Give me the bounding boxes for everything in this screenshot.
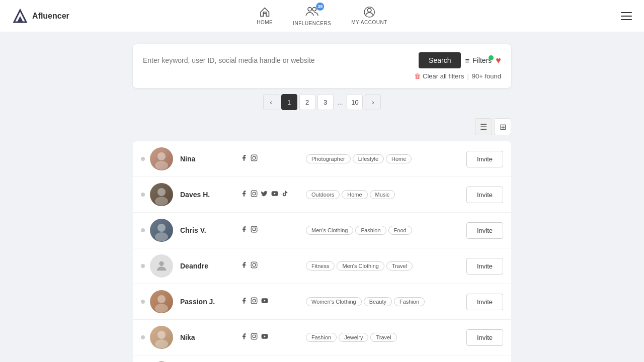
invite-button[interactable]: Invite bbox=[466, 187, 503, 203]
social-icons bbox=[240, 154, 306, 163]
tag[interactable]: Fashion bbox=[355, 226, 386, 235]
yt-social-icon[interactable] bbox=[271, 190, 279, 199]
influencer-name[interactable]: Chris V. bbox=[180, 226, 240, 234]
svg-point-25 bbox=[253, 263, 256, 266]
invite-button[interactable]: Invite bbox=[466, 222, 503, 239]
search-input[interactable] bbox=[143, 56, 415, 64]
tk-social-icon[interactable] bbox=[282, 190, 288, 199]
fb-social-icon[interactable] bbox=[240, 154, 248, 163]
influencer-name[interactable]: Daves H. bbox=[180, 191, 240, 199]
invite-button[interactable]: Invite bbox=[466, 294, 503, 310]
svg-point-26 bbox=[256, 263, 256, 263]
invite-button[interactable]: Invite bbox=[466, 329, 503, 346]
influencers-label: INFLUENCERS bbox=[293, 21, 331, 26]
filter-button[interactable]: ≡ Filters bbox=[465, 56, 492, 65]
influencer-row: NikaFashionJewelryTravelInvite bbox=[133, 320, 511, 355]
youtube-icon bbox=[271, 190, 279, 197]
list-view-button[interactable]: ☰ bbox=[475, 118, 492, 135]
instagram-icon bbox=[251, 226, 258, 233]
page-3-button[interactable]: 3 bbox=[317, 94, 334, 110]
next-page-button[interactable]: › bbox=[365, 94, 381, 110]
social-icons bbox=[240, 226, 306, 235]
svg-point-12 bbox=[157, 188, 166, 196]
influencer-row: Chris V.Men's ClothingFashionFoodInvite bbox=[133, 213, 511, 248]
tag[interactable]: Home bbox=[342, 190, 367, 199]
avatar-image bbox=[150, 183, 173, 206]
fb-social-icon[interactable] bbox=[240, 261, 248, 270]
tag[interactable]: Travel bbox=[386, 261, 413, 270]
filter-active-dot bbox=[489, 55, 494, 60]
tag[interactable]: Lifestyle bbox=[353, 154, 384, 163]
avatar bbox=[150, 290, 173, 313]
tag[interactable]: Outdoors bbox=[306, 190, 340, 199]
twitter-icon bbox=[261, 190, 268, 197]
invite-button[interactable]: Invite bbox=[466, 151, 503, 167]
tag[interactable]: Fashion bbox=[394, 297, 425, 306]
tag[interactable]: Jewelry bbox=[339, 333, 368, 342]
invite-button[interactable]: Invite bbox=[466, 258, 503, 275]
yt-social-icon[interactable] bbox=[261, 297, 269, 306]
influencer-name[interactable]: Deandre bbox=[180, 262, 240, 270]
facebook-icon bbox=[240, 154, 248, 161]
page-2-button[interactable]: 2 bbox=[299, 94, 315, 110]
tag[interactable]: Home bbox=[386, 154, 412, 163]
fb-social-icon[interactable] bbox=[240, 190, 248, 199]
tag[interactable]: Men's Clothing bbox=[306, 226, 353, 235]
ig-social-icon[interactable] bbox=[251, 297, 258, 306]
tag[interactable]: Fashion bbox=[306, 333, 337, 342]
tag[interactable]: Music bbox=[370, 190, 395, 199]
svg-point-13 bbox=[155, 197, 168, 206]
tag[interactable]: Beauty bbox=[364, 297, 392, 306]
influencer-name[interactable]: Nina bbox=[180, 155, 240, 163]
svg-point-7 bbox=[157, 152, 166, 160]
home-label: HOME bbox=[257, 20, 273, 25]
prev-page-button[interactable]: ‹ bbox=[263, 94, 279, 110]
instagram-icon bbox=[251, 333, 258, 340]
ig-social-icon[interactable] bbox=[251, 261, 258, 270]
fb-social-icon[interactable] bbox=[240, 226, 248, 235]
influencer-name[interactable]: Passion J. bbox=[180, 298, 240, 306]
nav-center: HOME 39 INFLUENCERS MY ACCOUNT bbox=[257, 6, 387, 26]
svg-point-4 bbox=[312, 8, 316, 11]
tag[interactable]: Travel bbox=[370, 333, 396, 342]
tag[interactable]: Fitness bbox=[306, 261, 335, 270]
grid-view-button[interactable]: ⊞ bbox=[494, 118, 511, 135]
hamburger-menu[interactable] bbox=[621, 12, 632, 20]
tag[interactable]: Men's Clothing bbox=[337, 261, 384, 270]
nav-influencers[interactable]: 39 INFLUENCERS bbox=[293, 6, 331, 26]
tags-container: PhotographerLifestyleHome bbox=[306, 154, 458, 163]
social-icons bbox=[240, 190, 306, 199]
hamburger-line-3 bbox=[621, 19, 632, 20]
fb-social-icon[interactable] bbox=[240, 333, 248, 342]
page-1-button[interactable]: 1 bbox=[281, 94, 297, 110]
tag[interactable]: Food bbox=[388, 226, 412, 235]
nav-account[interactable]: MY ACCOUNT bbox=[351, 7, 387, 25]
ig-social-icon[interactable] bbox=[251, 154, 258, 163]
svg-point-30 bbox=[253, 299, 256, 302]
pagination: ‹ 1 2 3 ... 10 › bbox=[133, 94, 511, 110]
ig-social-icon[interactable] bbox=[251, 226, 258, 235]
facebook-icon bbox=[240, 261, 248, 268]
tag[interactable]: Women's Clothing bbox=[306, 297, 362, 306]
logo[interactable]: Afluencer bbox=[12, 8, 69, 24]
nav-home[interactable]: HOME bbox=[257, 7, 273, 25]
avatar bbox=[150, 219, 173, 242]
search-button[interactable]: Search bbox=[419, 52, 461, 68]
svg-point-10 bbox=[253, 156, 256, 159]
facebook-icon bbox=[240, 226, 248, 233]
svg-rect-29 bbox=[251, 298, 257, 304]
tw-social-icon[interactable] bbox=[261, 190, 268, 199]
page-ellipsis: ... bbox=[336, 99, 345, 106]
tag[interactable]: Photographer bbox=[306, 154, 351, 163]
page-10-button[interactable]: 10 bbox=[347, 94, 363, 110]
svg-point-27 bbox=[157, 295, 166, 303]
yt-social-icon[interactable] bbox=[261, 333, 269, 342]
fb-social-icon[interactable] bbox=[240, 297, 248, 306]
influencer-name[interactable]: Nika bbox=[180, 333, 240, 341]
svg-point-37 bbox=[256, 334, 256, 335]
clear-filters-link[interactable]: 🗑 Clear all filters bbox=[414, 72, 464, 80]
avatar bbox=[150, 326, 173, 349]
favorites-button[interactable]: ♥ bbox=[496, 55, 501, 66]
ig-social-icon[interactable] bbox=[251, 333, 258, 342]
ig-social-icon[interactable] bbox=[251, 190, 258, 199]
